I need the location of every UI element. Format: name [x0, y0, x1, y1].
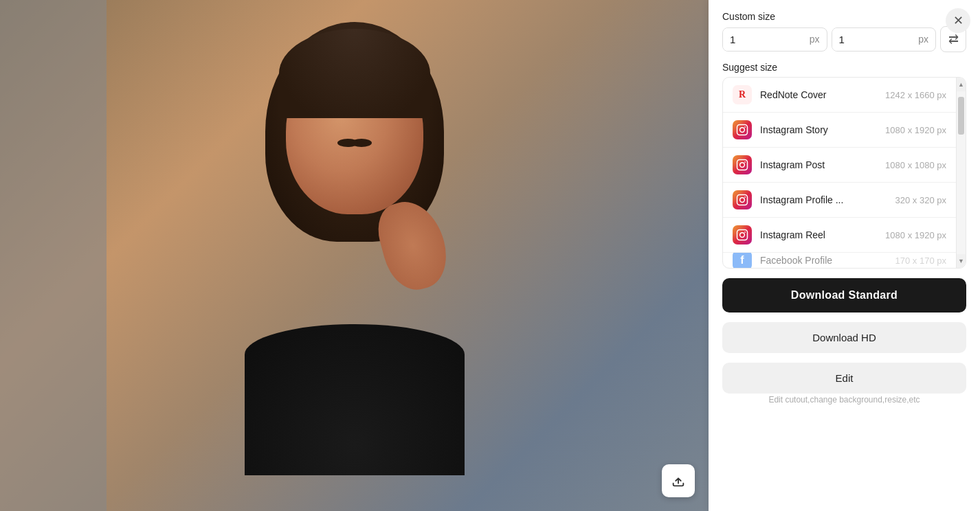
custom-size-label: Custom size [722, 11, 966, 22]
list-item[interactable]: R RedNote Cover 1242 x 1660 px [723, 78, 956, 113]
scroll-up-button[interactable]: ▲ [957, 78, 966, 91]
item-dimensions: 1080 x 1920 px [885, 125, 946, 135]
photo-background [0, 0, 709, 511]
suggest-size-list: R RedNote Cover 1242 x 1660 px Instagr [722, 77, 966, 269]
svg-rect-0 [737, 125, 748, 135]
close-icon: ✕ [953, 13, 964, 28]
instagram-svg [736, 194, 748, 206]
item-name: Facebook Profile [760, 255, 887, 266]
height-input[interactable] [832, 28, 919, 51]
suggest-items-column: R RedNote Cover 1242 x 1660 px Instagr [723, 78, 956, 268]
edit-button[interactable]: Edit [722, 363, 966, 394]
svg-point-4 [740, 163, 745, 168]
upload-icon [671, 473, 686, 488]
item-dimensions: 1080 x 1920 px [885, 230, 946, 240]
svg-point-1 [740, 128, 745, 133]
instagram-story-icon [733, 120, 752, 139]
instagram-reel-icon [733, 225, 752, 245]
height-input-group: px [832, 27, 937, 52]
edit-section: Edit Edit cutout,change background,resiz… [722, 363, 966, 405]
close-button[interactable]: ✕ [946, 8, 970, 33]
width-px-label: px [810, 28, 827, 50]
custom-size-section: Custom size px px ⇄ [722, 11, 966, 52]
instagram-profile-icon [733, 190, 752, 209]
suggest-size-section: Suggest size R RedNote Cover 1242 x 1660… [722, 62, 966, 269]
suggest-size-label: Suggest size [722, 62, 966, 73]
list-item[interactable]: Instagram Profile ... 320 x 320 px [723, 183, 956, 218]
instagram-svg [736, 159, 748, 171]
instagram-post-icon [733, 155, 752, 174]
scrollbar: ▲ ▼ [956, 78, 966, 268]
list-item[interactable]: f Facebook Profile 170 x 170 px [723, 253, 956, 268]
portrait-figure [0, 0, 709, 511]
custom-size-row: px px ⇄ [722, 26, 966, 52]
item-name: Instagram Post [760, 159, 877, 170]
svg-rect-3 [737, 160, 748, 170]
width-input[interactable] [723, 28, 810, 51]
scroll-down-button[interactable]: ▼ [957, 254, 966, 268]
svg-point-11 [744, 231, 746, 233]
height-px-label: px [918, 28, 935, 50]
item-dimensions: 320 x 320 px [895, 195, 946, 205]
list-item[interactable]: Instagram Story 1080 x 1920 px [723, 113, 956, 148]
hair-top [279, 29, 430, 118]
item-name: Instagram Story [760, 124, 877, 135]
svg-rect-9 [737, 230, 748, 240]
scroll-track [957, 91, 966, 254]
rednote-icon: R [733, 85, 752, 104]
svg-point-7 [740, 198, 745, 203]
edit-subtext: Edit cutout,change background,resize,etc [722, 395, 966, 405]
svg-rect-6 [737, 195, 748, 205]
list-item[interactable]: Instagram Post 1080 x 1080 px [723, 148, 956, 183]
item-name: RedNote Cover [760, 89, 877, 100]
item-dimensions: 1242 x 1660 px [885, 90, 946, 100]
swap-icon: ⇄ [948, 32, 959, 47]
eye-right [337, 139, 358, 147]
upload-button[interactable] [662, 464, 695, 497]
svg-point-2 [744, 126, 746, 128]
item-name: Instagram Profile ... [760, 194, 887, 205]
svg-point-10 [740, 233, 745, 238]
width-input-group: px [722, 27, 827, 52]
download-hd-button[interactable]: Download HD [722, 322, 966, 353]
list-item[interactable]: Instagram Reel 1080 x 1920 px [723, 218, 956, 253]
download-standard-button[interactable]: Download Standard [722, 278, 966, 313]
item-dimensions: 170 x 170 px [895, 255, 946, 266]
item-name: Instagram Reel [760, 229, 877, 240]
right-panel: ✕ Custom size px px ⇄ Suggest size [709, 0, 980, 511]
svg-point-8 [744, 196, 746, 198]
body-shirt [245, 324, 465, 475]
facebook-profile-icon: f [733, 253, 752, 268]
scroll-thumb [958, 97, 964, 135]
instagram-svg [736, 229, 748, 241]
instagram-svg [736, 124, 748, 136]
image-preview-panel [0, 0, 709, 511]
svg-point-5 [744, 161, 746, 163]
item-dimensions: 1080 x 1080 px [885, 160, 946, 170]
